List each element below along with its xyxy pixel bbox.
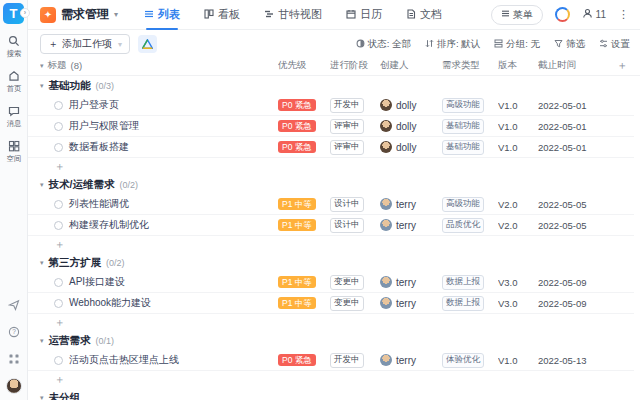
- tab-calendar[interactable]: 日历: [346, 0, 382, 30]
- task-title[interactable]: API接口建设: [69, 275, 125, 289]
- priority-badge[interactable]: P0 紧急: [278, 141, 316, 153]
- help-icon[interactable]: ?: [8, 324, 20, 342]
- priority-badge[interactable]: P1 中等: [278, 198, 316, 210]
- priority-badge[interactable]: P0 紧急: [278, 354, 316, 366]
- user-avatar[interactable]: [6, 378, 22, 394]
- type-tag[interactable]: 高级功能: [442, 98, 484, 113]
- rail-item-message[interactable]: 消息: [6, 105, 22, 129]
- task-checkbox[interactable]: [54, 122, 63, 131]
- status-chip[interactable]: 变更中: [330, 296, 364, 311]
- status-chip[interactable]: 设计中: [330, 218, 364, 233]
- group-control[interactable]: 分组: 无: [494, 38, 540, 51]
- task-title[interactable]: Webhook能力建设: [69, 296, 151, 310]
- tab-gantt[interactable]: 甘特视图: [264, 0, 322, 30]
- status-chip[interactable]: 开发中: [330, 98, 364, 113]
- send-icon[interactable]: [8, 297, 20, 315]
- column-due[interactable]: 截止时间: [538, 59, 610, 72]
- task-title[interactable]: 用户与权限管理: [69, 119, 139, 133]
- table-row[interactable]: 数据看板搭建 P0 紧急 评审中 dolly 基础功能 V1.0 2022-05…: [28, 137, 634, 158]
- group-collapse-icon[interactable]: ▾: [40, 181, 44, 189]
- members-button[interactable]: 11: [582, 8, 606, 21]
- add-task-row[interactable]: ＋: [28, 236, 634, 253]
- column-priority[interactable]: 优先级: [278, 59, 330, 72]
- group-header[interactable]: ▾ 运营需求 (0/1): [28, 331, 634, 350]
- sort-control[interactable]: 排序: 默认: [425, 38, 480, 51]
- menu-button[interactable]: 菜单: [491, 5, 543, 25]
- due-date[interactable]: 2022-05-05: [538, 220, 610, 231]
- project-switcher[interactable]: ✦ 需求管理 ▾: [40, 6, 118, 23]
- group-collapse-icon[interactable]: ▾: [40, 82, 44, 90]
- add-work-item-button[interactable]: ＋ 添加工作项 ▾: [40, 34, 130, 54]
- type-tag[interactable]: 基础功能: [442, 119, 484, 134]
- tab-board[interactable]: 看板: [204, 0, 240, 30]
- task-checkbox[interactable]: [54, 278, 63, 287]
- add-column-button[interactable]: ＋: [610, 58, 634, 73]
- priority-badge[interactable]: P1 中等: [278, 219, 316, 231]
- column-version[interactable]: 版本: [498, 59, 538, 72]
- type-tag[interactable]: 高级功能: [442, 197, 484, 212]
- group-collapse-icon[interactable]: ▾: [40, 394, 44, 400]
- rail-item-space[interactable]: 空间: [6, 140, 22, 164]
- add-task-row[interactable]: ＋: [28, 158, 634, 175]
- type-tag[interactable]: 品质优化: [442, 218, 484, 233]
- app-logo[interactable]: T ›: [3, 3, 24, 24]
- due-date[interactable]: 2022-05-09: [538, 277, 610, 288]
- task-title[interactable]: 数据看板搭建: [69, 140, 129, 154]
- priority-badge[interactable]: P0 紧急: [278, 120, 316, 132]
- table-row[interactable]: API接口建设 P1 中等 变更中 terry 数据上报 V3.0 2022-0…: [28, 272, 634, 293]
- type-tag[interactable]: 数据上报: [442, 296, 484, 311]
- table-row[interactable]: 列表性能调优 P1 中等 设计中 terry 高级功能 V2.0 2022-05…: [28, 194, 634, 215]
- type-tag[interactable]: 数据上报: [442, 275, 484, 290]
- due-date[interactable]: 2022-05-09: [538, 298, 610, 309]
- priority-badge[interactable]: P1 中等: [278, 297, 316, 309]
- status-chip[interactable]: 开发中: [330, 353, 364, 368]
- table-row[interactable]: 用户登录页 P0 紧急 开发中 dolly 高级功能 V1.0 2022-05-…: [28, 95, 634, 116]
- due-date[interactable]: 2022-05-01: [538, 100, 610, 111]
- group-header[interactable]: ▾ 基础功能 (0/3): [28, 76, 634, 95]
- status-chip[interactable]: 评审中: [330, 119, 364, 134]
- collapse-all-icon[interactable]: ▾: [40, 62, 44, 70]
- table-row[interactable]: 用户与权限管理 P0 紧急 评审中 dolly 基础功能 V1.0 2022-0…: [28, 116, 634, 137]
- task-checkbox[interactable]: [54, 101, 63, 110]
- priority-badge[interactable]: P1 中等: [278, 276, 316, 288]
- priority-badge[interactable]: P0 紧急: [278, 99, 316, 111]
- status-chip[interactable]: 评审中: [330, 140, 364, 155]
- group-header[interactable]: ▾ 第三方扩展 (0/2): [28, 253, 634, 272]
- rail-item-home[interactable]: 首页: [6, 70, 22, 94]
- settings-control[interactable]: 设置: [599, 38, 630, 51]
- automation-icon[interactable]: [555, 7, 570, 22]
- status-filter[interactable]: 状态: 全部: [356, 38, 411, 51]
- group-collapse-icon[interactable]: ▾: [40, 259, 44, 267]
- type-tag[interactable]: 基础功能: [442, 140, 484, 155]
- table-row[interactable]: 构建缓存机制优化 P1 中等 设计中 terry 品质优化 V2.0 2022-…: [28, 215, 634, 236]
- apps-icon[interactable]: [8, 351, 20, 369]
- tab-list[interactable]: 列表: [144, 0, 180, 30]
- column-stage[interactable]: 进行阶段: [330, 59, 380, 72]
- due-date[interactable]: 2022-05-13: [538, 355, 610, 366]
- add-task-row[interactable]: ＋: [28, 314, 634, 331]
- type-tag[interactable]: 体验优化: [442, 353, 484, 368]
- task-title[interactable]: 列表性能调优: [69, 197, 129, 211]
- group-header[interactable]: ▾ 技术/运维需求 (0/2): [28, 175, 634, 194]
- table-row[interactable]: 活动页点击热区埋点上线 P0 紧急 开发中 terry 体验优化 V1.0 20…: [28, 350, 634, 371]
- task-title[interactable]: 活动页点击热区埋点上线: [69, 353, 179, 367]
- tab-docs[interactable]: 文档: [406, 0, 442, 30]
- status-chip[interactable]: 设计中: [330, 197, 364, 212]
- task-checkbox[interactable]: [54, 356, 63, 365]
- status-chip[interactable]: 变更中: [330, 275, 364, 290]
- due-date[interactable]: 2022-05-01: [538, 142, 610, 153]
- group-header[interactable]: ▾ 未分组: [28, 388, 634, 400]
- more-menu-icon[interactable]: ⋮: [618, 8, 630, 21]
- task-checkbox[interactable]: [54, 143, 63, 152]
- task-checkbox[interactable]: [54, 299, 63, 308]
- rail-item-search[interactable]: 搜索: [6, 35, 22, 59]
- add-task-row[interactable]: ＋: [28, 371, 634, 388]
- table-row[interactable]: Webhook能力建设 P1 中等 变更中 terry 数据上报 V3.0 20…: [28, 293, 634, 314]
- task-title[interactable]: 构建缓存机制优化: [69, 218, 149, 232]
- column-creator[interactable]: 创建人: [380, 59, 442, 72]
- column-type[interactable]: 需求类型: [442, 59, 498, 72]
- filter-control[interactable]: 筛选: [554, 38, 585, 51]
- task-title[interactable]: 用户登录页: [69, 98, 119, 112]
- task-checkbox[interactable]: [54, 221, 63, 230]
- group-collapse-icon[interactable]: ▾: [40, 337, 44, 345]
